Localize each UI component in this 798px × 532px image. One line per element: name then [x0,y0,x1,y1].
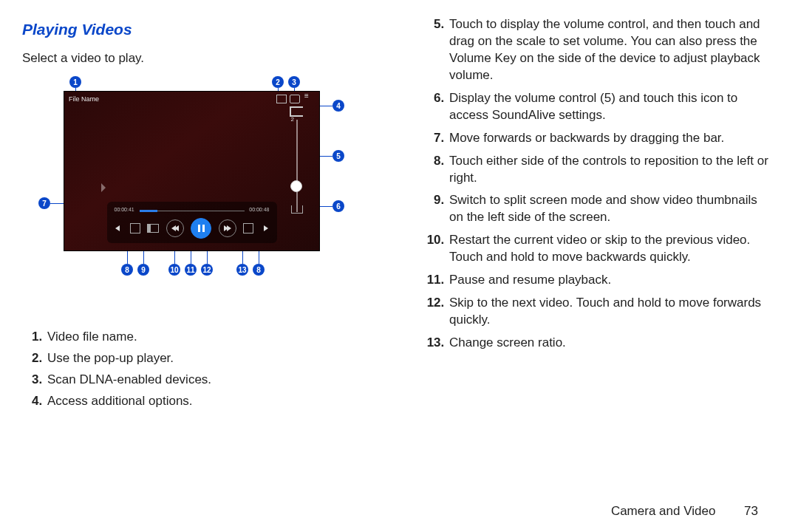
soundalive-icon[interactable] [291,205,303,214]
list-text: Restart the current video or skip to the… [449,233,750,264]
control-bar: 00:00:41 00:00:48 [107,202,277,243]
volume-icon[interactable] [290,106,303,117]
next-icon[interactable] [219,219,236,237]
list-text: Touch to display the volume control, and… [449,17,760,82]
list-text: Scan DLNA-enabled devices. [47,372,211,386]
left-column: Playing Videos Select a video to play. 1… [22,16,392,415]
list-text: Move forwards or backwards by dragging t… [449,131,724,145]
volume-value: 2 [291,116,294,124]
grip-icon[interactable] [112,222,123,234]
chevron-icon[interactable] [101,177,109,199]
callout-12: 12 [201,264,213,276]
section-intro: Select a video to play. [22,50,392,67]
list-item: Use the pop-up player. [46,350,392,367]
video-player-screenshot: File Name ≡ 2 00:00:41 00:00:48 [64,91,320,251]
list-item: Restart the current video or skip to the… [448,232,768,266]
lead [174,250,175,264]
list-item: Display the volume control (5) and touch… [448,90,768,124]
list-item: Scan DLNA-enabled devices. [46,372,392,389]
list-item: Switch to split screen mode and show vid… [448,192,768,226]
volume-slider[interactable] [296,120,298,212]
callout-1: 1 [69,76,81,88]
right-column: Touch to display the volume control, and… [417,16,768,415]
callout-10: 10 [168,264,180,276]
list-text: Display the volume control (5) and touch… [449,91,737,122]
list-text: Change screen ratio. [449,335,566,349]
page-footer: Camera and Video 73 [611,503,758,520]
list-item: Access additional options. [46,393,392,410]
right-list: Touch to display the volume control, and… [420,16,768,352]
callout-8a: 8 [121,264,133,276]
prev-icon[interactable] [166,219,184,237]
lead [127,250,128,264]
left-list: Video file name. Use the pop-up player. … [25,329,392,410]
video-filename: File Name [69,95,99,103]
callout-7: 7 [38,197,50,209]
ratio-icon-2[interactable] [243,223,253,233]
ratio-icon[interactable] [130,223,140,233]
lead [207,250,208,264]
list-item: Move forwards or backwards by dragging t… [448,130,768,147]
elapsed-time: 00:00:41 [115,206,134,213]
lead [319,106,332,106]
list-text: Switch to split screen mode and show vid… [449,193,757,224]
split-icon[interactable] [147,224,159,233]
lead [191,250,191,264]
chapter-name: Camera and Video [611,504,715,518]
list-text: Use the pop-up player. [47,351,174,365]
callout-11: 11 [185,264,197,276]
list-text: Access additional options. [47,394,193,408]
lead [143,250,144,264]
list-item: Change screen ratio. [448,335,768,352]
lead [259,250,259,264]
list-item: Skip to the next video. Touch and hold t… [448,295,768,329]
lead [50,203,65,204]
page-number: 73 [744,504,758,518]
pause-icon[interactable] [191,218,211,239]
list-text: Touch either side of the controls to rep… [449,154,768,185]
control-buttons [112,218,273,239]
callout-13: 13 [236,264,248,276]
callout-9: 9 [137,264,149,276]
grip-icon-2[interactable] [260,222,272,234]
callout-3: 3 [288,76,300,88]
list-item: Touch to display the volume control, and… [448,16,768,84]
lead [319,156,332,157]
callout-4: 4 [332,100,344,112]
seek-bar[interactable]: 00:00:41 00:00:48 [115,206,270,215]
seek-fill [140,210,157,212]
lead [319,206,332,207]
list-item: Touch either side of the controls to rep… [448,153,768,187]
volume-knob[interactable] [290,180,302,192]
callout-2: 2 [272,76,284,88]
popup-icon[interactable] [276,95,287,103]
list-text: Pause and resume playback. [449,273,611,287]
callout-8b: 8 [253,264,265,276]
list-item: Video file name. [46,329,392,346]
total-time: 00:00:48 [249,206,269,213]
section-title: Playing Videos [22,19,392,40]
menu-icon[interactable]: ≡ [304,95,313,102]
list-text: Skip to the next video. Touch and hold t… [449,296,761,327]
manual-page: Playing Videos Select a video to play. 1… [0,0,798,532]
columns: Playing Videos Select a video to play. 1… [22,16,768,415]
callout-5: 5 [332,150,344,162]
dlna-icon[interactable] [290,95,300,103]
lead [242,250,243,264]
callout-6: 6 [332,200,344,212]
figure-wrap: 1 2 3 4 5 6 7 8 9 10 11 12 13 8 [27,78,337,314]
list-item: Pause and resume playback. [448,272,768,289]
list-text: Video file name. [47,330,137,344]
